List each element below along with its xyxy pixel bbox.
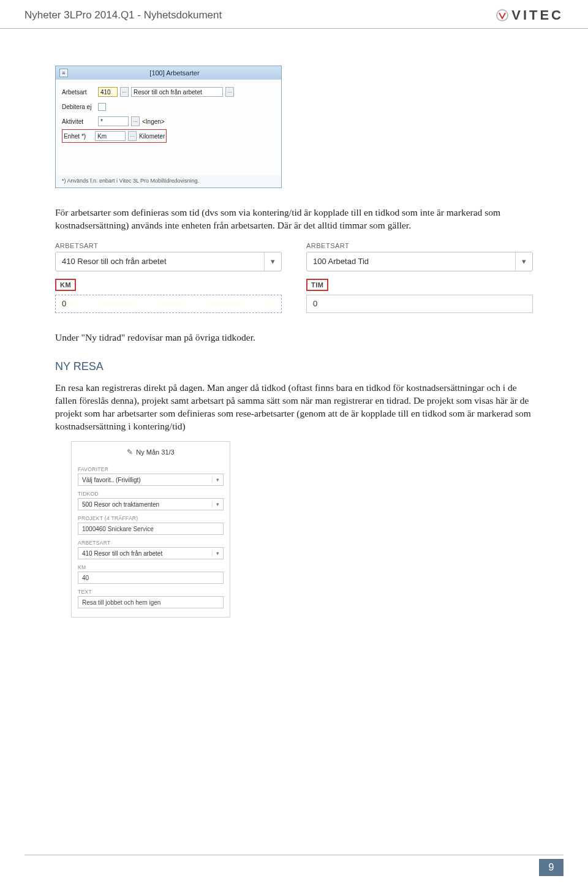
label-projekt: PROJEKT (4 träffar) [78,515,224,521]
dropdown-right-col: ARBETSART 100 Arbetad Tid ▾ TIM 0 [306,242,533,313]
page-number: 9 [539,859,564,876]
chevron-down-icon: ▾ [515,252,532,271]
form-header: ✎ Ny Mån 31/3 [72,442,230,466]
page-content: ≡ [100] Arbetsarter Arbetsart 410 ⋯ Reso… [0,29,588,618]
arbetsart-select[interactable]: 410 Resor till och från arbetet ▾ [78,547,224,559]
arbetsart-dropdown-right[interactable]: 100 Arbetad Tid ▾ [306,252,533,271]
tidkod-select[interactable]: 500 Resor och traktamenten ▾ [78,498,224,510]
form-header-text: Ny Mån 31/3 [136,448,174,456]
window-menu-icon[interactable]: ≡ [59,69,68,77]
arbetsart-code-picker[interactable]: ⋯ [120,87,129,97]
enhet-desc: Kilometer [139,133,165,140]
arbetsart-dropdown-left[interactable]: 410 Resor till och från arbetet ▾ [55,252,282,271]
chevron-down-icon: ▾ [264,252,281,271]
tidkod-value: 500 Resor och traktamenten [78,501,212,508]
label-debitera: Debitera ej [62,104,96,110]
tim-input[interactable]: 0 [306,295,533,313]
arbetsart-desc-picker[interactable]: ⋯ [225,87,234,97]
arbetsart-desc-field[interactable]: Resor till och från arbetet [131,87,223,97]
window-title: [100] Arbetsarter [72,69,277,77]
row-debitera: Debitera ej [62,100,275,113]
label-arbetsart: Arbetsart [62,89,96,96]
km-value: 40 [82,575,89,581]
logo-mark-icon [496,9,509,22]
projekt-field[interactable]: 1000460 Snickare Service [78,523,224,535]
page-footer: 9 [24,855,564,876]
label-km: KM [78,564,224,570]
dropdown-left-col: ARBETSART 410 Resor till och från arbete… [55,242,282,313]
brand-text: VITEC [511,7,564,23]
window-titlebar: ≡ [100] Arbetsarter [56,66,281,80]
label-tidkod: TIDKOD [78,491,224,497]
caption-right: ARBETSART [306,242,533,249]
heading-ny-resa: NY RESA [55,360,533,373]
label-enhet: Enhet *) [64,133,92,140]
dropdown-right-value: 100 Arbetad Tid [307,257,515,266]
doc-title: Nyheter 3LPro 2014.Q1 - Nyhetsdokument [24,9,222,21]
row-aktivitet: Aktivitet * ⋯ <Ingen> [62,115,275,127]
chevron-down-icon: ▾ [212,550,223,556]
km-field[interactable]: 40 [78,572,224,584]
arbetsart-dropdowns: ARBETSART 410 Resor till och från arbete… [55,242,533,313]
label-favoriter: FAVORITER [78,466,224,472]
km-input[interactable]: 0 [55,295,282,313]
arbetsart-code-field[interactable]: 410 [98,87,118,97]
enhet-footnote: *) Används f.n. enbart i Vitec 3L Pro Mo… [56,175,281,186]
favoriter-select[interactable]: Välj favorit.. (Frivilligt) ▾ [78,474,224,486]
enhet-code-field[interactable]: Km [95,131,126,141]
paragraph-2: Under "Ny tidrad" redovisar man på övrig… [55,331,533,344]
aktivitet-code-field[interactable]: * [98,116,129,126]
projekt-value: 1000460 Snickare Service [82,526,154,532]
edit-icon: ✎ [127,448,133,456]
label-aktivitet: Aktivitet [62,118,96,125]
debitera-checkbox[interactable] [98,103,106,111]
arbetsart-value: 410 Resor till och från arbetet [78,550,212,557]
enhet-picker[interactable]: ⋯ [128,131,137,141]
paragraph-1: För arbetsarter som definieras som tid (… [55,206,533,232]
arbetsarter-window: ≡ [100] Arbetsarter Arbetsart 410 ⋯ Reso… [55,66,282,188]
page-header: Nyheter 3LPro 2014.Q1 - Nyhetsdokument V… [0,0,588,29]
chevron-down-icon: ▾ [212,501,223,507]
chevron-down-icon: ▾ [212,477,223,483]
row-arbetsart: Arbetsart 410 ⋯ Resor till och från arbe… [62,86,275,98]
text-value: Resa till jobbet och hem igen [82,599,160,606]
aktivitet-desc: <Ingen> [142,118,165,125]
row-enhet: Enhet *) Km ⋯ Kilometer [62,130,275,142]
ny-resa-form: ✎ Ny Mån 31/3 FAVORITER Välj favorit.. (… [71,441,230,618]
caption-left: ARBETSART [55,242,282,249]
unit-tim-badge: TIM [306,279,328,291]
paragraph-3: En resa kan registreras direkt på dagen.… [55,382,533,433]
unit-km-badge: KM [55,279,76,291]
dropdown-left-value: 410 Resor till och från arbetet [56,257,264,266]
label-arbetsart: ARBETSART [78,540,224,546]
text-field[interactable]: Resa till jobbet och hem igen [78,596,224,608]
favoriter-value: Välj favorit.. (Frivilligt) [78,477,212,483]
label-text: TEXT [78,589,224,595]
brand-logo: VITEC [496,7,564,23]
aktivitet-picker[interactable]: ⋯ [131,116,140,126]
